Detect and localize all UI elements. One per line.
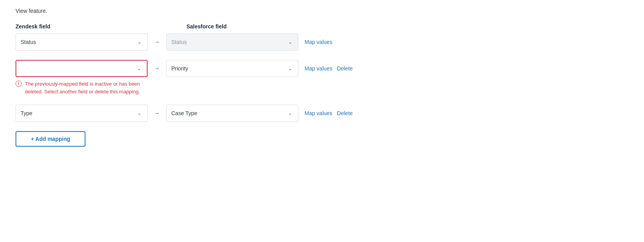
row-actions-type: Map values Delete	[298, 105, 353, 122]
zendesk-field-label-type: Type	[21, 110, 32, 116]
salesforce-field-label-status: Status	[171, 39, 187, 45]
arrow-connector: →	[148, 60, 166, 77]
chevron-down-icon: ⌄	[136, 39, 143, 45]
chevron-down-icon: ⌄	[287, 39, 293, 45]
zendesk-field-label-status: Status	[21, 39, 36, 45]
mapping-row-type: Type ⌄ → Case Type ⌄ Map values Delete	[16, 105, 628, 122]
chevron-down-icon: ⌄	[287, 110, 293, 116]
row-actions-priority: Map values Delete	[298, 60, 353, 77]
delete-link-priority[interactable]: Delete	[337, 65, 353, 72]
zendesk-field-select-status[interactable]: Status ⌄	[16, 33, 148, 51]
map-values-link-priority[interactable]: Map values	[305, 65, 332, 72]
delete-link-type[interactable]: Delete	[337, 110, 353, 116]
salesforce-field-select-status[interactable]: Status ⌄	[166, 33, 298, 51]
error-text: The previously-mapped field is inactive …	[25, 80, 148, 95]
mapping-row-status: Status ⌄ → Status ⌄ Map values	[16, 33, 628, 51]
map-values-link-status[interactable]: Map values	[305, 39, 332, 45]
intro-text: View feature.	[16, 8, 628, 14]
chevron-down-icon: ⌄	[136, 65, 142, 72]
chevron-down-icon: ⌄	[136, 110, 143, 116]
zendesk-field-select-type[interactable]: Type ⌄	[16, 105, 148, 122]
map-values-link-type[interactable]: Map values	[305, 110, 332, 116]
salesforce-field-select-type[interactable]: Case Type ⌄	[166, 105, 298, 122]
error-icon: !	[16, 81, 22, 87]
row-actions-status: Map values	[298, 33, 332, 51]
zendesk-field-select-priority[interactable]: ⌄	[16, 60, 148, 77]
salesforce-column-header: Salesforce field	[186, 23, 319, 30]
salesforce-field-select-priority[interactable]: Priority ⌄	[166, 60, 298, 77]
mapping-row-priority: ⌄ → Priority ⌄ Map values Delete ! The p…	[16, 60, 628, 95]
arrow-connector: →	[148, 33, 166, 51]
zendesk-column-header: Zendesk field	[16, 23, 148, 30]
chevron-down-icon: ⌄	[287, 65, 293, 72]
error-message-priority: ! The previously-mapped field is inactiv…	[16, 80, 148, 95]
add-mapping-button[interactable]: + Add mapping	[16, 131, 85, 147]
salesforce-field-label-priority: Priority	[171, 65, 188, 72]
add-mapping-label: + Add mapping	[31, 136, 70, 142]
salesforce-field-label-type: Case Type	[171, 110, 197, 116]
column-headers: Zendesk field Salesforce field	[16, 23, 628, 30]
arrow-connector: →	[148, 105, 166, 122]
